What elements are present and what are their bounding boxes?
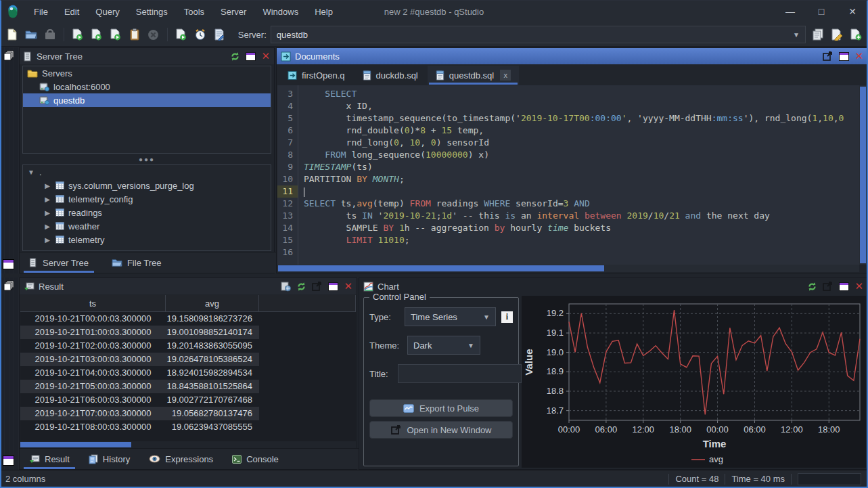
tab-server-tree[interactable]: Server Tree (26, 252, 91, 273)
server-item-localhost-6000[interactable]: localhost:6000 (23, 80, 271, 93)
window-minimize-button[interactable]: — (775, 1, 806, 22)
tree-root-servers[interactable]: Servers (23, 66, 271, 80)
menu-settings[interactable]: Settings (129, 4, 175, 20)
new-file-icon[interactable] (5, 27, 20, 42)
doc-tab-duckdb-sql[interactable]: duckdb.sql (355, 66, 426, 85)
server-item-questdb[interactable]: questdb (23, 93, 271, 107)
refresh-icon[interactable] (230, 51, 240, 62)
close-panel-icon[interactable]: ✕ (854, 51, 863, 62)
table-item-telemetry[interactable]: ▶telemetry (23, 233, 271, 246)
svg-text:19.1: 19.1 (547, 328, 564, 338)
table-item-weather[interactable]: ▶weather (23, 219, 271, 233)
close-panel-icon[interactable]: ✕ (261, 51, 270, 62)
table-row[interactable]: 2019-10-21T02:00:03.30000019.20148386305… (20, 339, 356, 353)
info-icon[interactable]: i (501, 311, 513, 323)
column-header-ts[interactable]: ts (20, 295, 166, 311)
menu-windows[interactable]: Windows (256, 4, 305, 20)
chevron-collapsed-icon[interactable]: ▶ (43, 209, 51, 217)
close-panel-icon[interactable]: ✕ (854, 282, 863, 292)
table-item-readings[interactable]: ▶readings (23, 206, 271, 219)
table-item-telemetry-config[interactable]: ▶telemetry_config (23, 192, 271, 206)
export-to-pulse-button[interactable]: Export to Pulse (369, 399, 513, 417)
add-server-icon[interactable] (848, 27, 863, 42)
copy-server-icon[interactable] (810, 27, 825, 42)
open-file-icon[interactable] (24, 27, 39, 42)
editor-code[interactable]: SELECT x ID, timestamp_sequence(to_times… (298, 85, 859, 265)
doc-tab-firstOpen-q[interactable]: firstOpen.q (279, 66, 353, 85)
export-result-icon[interactable] (281, 282, 291, 292)
result-table[interactable]: tsavg 2019-10-21T00:00:03.30000019.15809… (20, 295, 356, 441)
tab-result[interactable]: Result (26, 449, 72, 469)
folder-icon (27, 69, 38, 78)
tree-dot-root[interactable]: ▼ . (23, 165, 271, 179)
menu-tools[interactable]: Tools (177, 4, 211, 20)
close-tab-icon[interactable]: x (500, 70, 511, 81)
chevron-collapsed-icon[interactable]: ▶ (43, 236, 51, 244)
popout-icon[interactable] (823, 51, 833, 61)
menu-file[interactable]: File (27, 4, 55, 20)
menu-server[interactable]: Server (214, 4, 253, 20)
chevron-expanded-icon[interactable]: ▼ (27, 169, 35, 176)
tab-file-tree[interactable]: File Tree (109, 252, 164, 273)
table-item-sys-column-versions-purge-log[interactable]: ▶sys.column_versions_purge_log (23, 179, 271, 192)
chevron-collapsed-icon[interactable]: ▶ (43, 182, 51, 190)
table-row[interactable]: 2019-10-21T03:00:03.30000019.02647810538… (20, 353, 356, 366)
table-row[interactable]: 2019-10-21T00:00:03.30000019.15809818627… (20, 312, 356, 326)
maximize-panel-icon[interactable] (246, 52, 256, 61)
chevron-collapsed-icon[interactable]: ▶ (43, 223, 51, 230)
timeseries-chart[interactable]: 18.718.818.919.019.119.200:0006:0012:001… (522, 296, 866, 468)
clipboard-icon[interactable] (127, 27, 142, 42)
popout-icon[interactable] (312, 282, 323, 291)
table-row[interactable]: 2019-10-21T05:00:03.30000018.84358810152… (20, 380, 356, 393)
editor-hscrollbar[interactable] (277, 265, 859, 272)
table-row[interactable]: 2019-10-21T06:00:03.30000019.00277217076… (20, 393, 356, 407)
doc-tab-label: questdb.sql (449, 70, 495, 81)
restore-window-icon[interactable] (3, 456, 14, 466)
run-line-icon[interactable] (89, 27, 104, 42)
tab-history[interactable]: History (86, 449, 133, 469)
table-row[interactable]: 2019-10-21T07:00:03.30000019.05682780137… (20, 407, 356, 420)
maximize-panel-icon[interactable] (839, 282, 849, 291)
table-row[interactable]: 2019-10-21T01:00:03.30000019.00109885214… (20, 326, 356, 339)
code-editor[interactable]: 345678910111213141516 SELECT x ID, times… (277, 85, 859, 265)
chart-title-input[interactable] (398, 364, 522, 383)
result-hscrollbar[interactable] (20, 441, 356, 448)
menu-edit[interactable]: Edit (58, 4, 86, 20)
table-row[interactable]: 2019-10-21T04:00:03.30000018.92401598289… (20, 366, 356, 380)
menu-query[interactable]: Query (89, 4, 126, 20)
script-edit-icon[interactable] (212, 27, 227, 42)
window-close-button[interactable]: ✕ (837, 1, 868, 22)
popout-icon[interactable] (823, 282, 833, 291)
stacked-windows-icon[interactable] (3, 50, 15, 62)
save-file-icon[interactable] (43, 27, 58, 42)
send-query-icon[interactable] (174, 27, 189, 42)
tab-expressions[interactable]: Expressions (146, 449, 216, 469)
theme-dropdown[interactable]: Dark ▼ (407, 336, 480, 355)
maximize-panel-icon[interactable] (328, 282, 338, 291)
editor-vscrollbar[interactable] (859, 85, 867, 265)
server-combobox[interactable]: questdb ▼ (271, 26, 806, 43)
menu-help[interactable]: Help (308, 4, 340, 20)
text-cursor (304, 187, 304, 197)
edit-server-icon[interactable] (829, 27, 844, 42)
table-row[interactable]: 2019-10-21T08:00:03.30000019.06239437085… (20, 420, 356, 434)
open-in-new-window-button[interactable]: Open in New Window (369, 421, 513, 439)
title-label: Title: (369, 369, 392, 379)
type-dropdown[interactable]: Time Series ▼ (405, 307, 496, 326)
table-icon (55, 236, 64, 244)
refresh-icon[interactable] (807, 282, 817, 292)
chevron-collapsed-icon[interactable]: ▶ (43, 196, 51, 203)
restore-window-icon[interactable] (3, 259, 14, 269)
close-panel-icon[interactable]: ✕ (344, 282, 352, 292)
run-query-icon[interactable] (70, 27, 85, 42)
splitter-handle[interactable]: ●●● (20, 155, 274, 163)
schedule-clock-icon[interactable] (193, 27, 208, 42)
maximize-panel-icon[interactable] (839, 52, 849, 61)
refresh-icon[interactable] (296, 282, 306, 292)
stacked-windows-icon[interactable] (3, 280, 15, 292)
column-header-avg[interactable]: avg (166, 295, 259, 311)
doc-tab-questdb-sql[interactable]: questdb.sqlx (428, 66, 520, 85)
window-maximize-button[interactable]: □ (806, 1, 837, 22)
run-selection-icon[interactable] (108, 27, 123, 42)
tab-console[interactable]: Console (229, 449, 281, 469)
